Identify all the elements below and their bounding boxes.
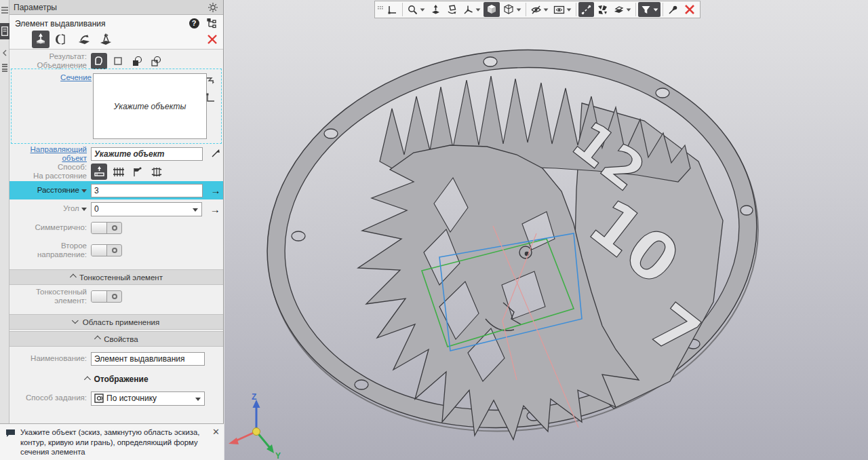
hint-text: Укажите объект (эскиз, замкнутую область… xyxy=(20,427,210,457)
method-through-all-icon[interactable] xyxy=(110,164,126,180)
orient-up-arrow-icon[interactable] xyxy=(428,2,443,17)
display-method-row: Способ задания: По источнику xyxy=(9,389,223,407)
method-label: Способ:На расстояние xyxy=(9,163,91,180)
active-panel-icon[interactable] xyxy=(0,23,9,39)
panel-header: Параметры xyxy=(9,0,223,15)
close-red-icon[interactable] xyxy=(682,2,698,17)
chevron-down-icon xyxy=(517,8,521,11)
feature-title: Элемент выдавливания xyxy=(15,19,106,28)
result-row: Результат:Объединение xyxy=(9,52,223,70)
model-3d-view: 12 10 7 Z Y xyxy=(224,0,868,460)
chevron-down-icon xyxy=(654,8,658,11)
section-object-list[interactable]: Укажите объекты xyxy=(93,73,207,139)
toolbar-separator xyxy=(402,3,403,16)
parameters-panel: Параметры Элемент выдавливания ? xyxy=(9,0,224,460)
chevron-down-icon xyxy=(193,208,198,212)
diagonal-arrow-icon[interactable] xyxy=(208,147,223,161)
chevron-down-icon xyxy=(420,8,425,11)
chevron-up-icon xyxy=(94,336,101,343)
symmetric-toggle[interactable] xyxy=(91,222,122,234)
chevron-up-icon xyxy=(70,274,77,281)
chevron-down-icon xyxy=(195,398,201,401)
sketch-corner-icon[interactable] xyxy=(203,91,217,104)
app-window: Параметры Элемент выдавливания ? xyxy=(0,0,868,460)
chevron-down-icon xyxy=(81,208,87,211)
contour-arrow-icon[interactable] xyxy=(203,73,217,87)
method-to-distance-icon[interactable] xyxy=(91,164,107,180)
drag-handle[interactable] xyxy=(377,2,384,17)
coordinate-triad: Z Y xyxy=(229,392,281,460)
toolbar-separator xyxy=(663,3,663,16)
method-to-nearest-surface-icon[interactable] xyxy=(148,164,164,180)
rotate-box-icon[interactable] xyxy=(444,2,460,17)
collapse-icon[interactable] xyxy=(0,45,9,61)
angle-combo[interactable]: 0 xyxy=(91,202,202,216)
angle-label[interactable]: Угол xyxy=(9,204,91,213)
thin-wall-row: Тонкостенныйэлемент: xyxy=(9,286,223,307)
hide-eye-icon[interactable] xyxy=(528,2,551,17)
method-row: Способ:На расстояние xyxy=(9,163,223,180)
result-intersect-icon[interactable] xyxy=(148,53,164,69)
layers-plane-icon[interactable] xyxy=(611,2,633,17)
method-to-object-icon[interactable] xyxy=(129,164,145,180)
message-bubble-icon xyxy=(5,429,16,438)
chevron-down-icon xyxy=(81,189,87,193)
apply-angle-arrow-icon[interactable]: → xyxy=(208,202,223,216)
fragments-icon[interactable] xyxy=(595,2,610,17)
second-direction-row: Второе направление: xyxy=(9,242,223,258)
sketch-corner-icon[interactable] xyxy=(384,2,400,17)
structure-icon[interactable] xyxy=(0,60,9,76)
result-label: Результат:Объединение xyxy=(9,52,91,70)
origin-point xyxy=(253,428,260,436)
display-section-header[interactable]: Отображение xyxy=(9,372,223,387)
section-selection-box: Сечение Укажите объекты xyxy=(11,69,222,144)
loft-icon[interactable] xyxy=(97,31,115,48)
magnifier-icon[interactable] xyxy=(405,2,427,17)
guide-object-input[interactable] xyxy=(91,147,203,161)
result-new-body-icon[interactable] xyxy=(110,53,126,69)
display-method-dropdown[interactable]: По источнику xyxy=(91,391,205,406)
guide-object-label-link[interactable]: Направляющийобъект xyxy=(9,145,91,163)
left-rail xyxy=(0,0,9,460)
chevron-down-icon xyxy=(567,8,572,11)
sweep-icon[interactable] xyxy=(75,31,93,48)
viewport-3d[interactable]: 12 10 7 Z Y xyxy=(224,0,868,460)
feature-type-row xyxy=(9,31,223,49)
distance-input[interactable] xyxy=(91,184,203,197)
gear-icon[interactable] xyxy=(207,1,219,14)
thin-wall-section-bar[interactable]: Тонкостенный элемент xyxy=(9,269,223,285)
chevron-up-icon xyxy=(84,376,91,383)
extrude-icon[interactable] xyxy=(32,31,50,48)
list-icon[interactable] xyxy=(0,2,9,18)
structure-tree-icon[interactable] xyxy=(205,17,218,29)
distance-label[interactable]: Расстояние xyxy=(9,186,91,195)
coordinate-axes-icon[interactable] xyxy=(460,2,483,17)
shaded-cube-icon[interactable] xyxy=(484,2,500,17)
hint-close-icon[interactable]: ✕ xyxy=(212,427,220,437)
chevron-down-icon xyxy=(476,8,481,11)
section-label-link[interactable]: Сечение xyxy=(60,73,92,81)
name-input[interactable] xyxy=(91,352,205,366)
apply-distance-arrow-icon[interactable]: → xyxy=(208,183,223,198)
section-placeholder: Укажите объекты xyxy=(114,102,186,111)
wireframe-cube-icon[interactable] xyxy=(500,2,524,17)
panel-title: Параметры xyxy=(14,3,207,12)
snap-dashed-icon[interactable] xyxy=(578,2,594,17)
filter-funnel-icon[interactable] xyxy=(638,2,660,17)
chevron-down-icon xyxy=(544,8,549,11)
scope-section-bar[interactable]: Область применения xyxy=(9,314,223,330)
eyedropper-icon[interactable] xyxy=(665,2,681,17)
chevron-down-icon xyxy=(72,317,79,324)
feature-header-block: Элемент выдавливания ? xyxy=(9,15,223,50)
frame-eye-icon[interactable] xyxy=(551,2,574,17)
revolution-icon[interactable] xyxy=(54,31,71,48)
result-union-icon[interactable] xyxy=(91,53,107,69)
thin-wall-toggle[interactable] xyxy=(91,290,122,303)
result-subtract-icon[interactable] xyxy=(129,53,145,69)
close-red-icon[interactable] xyxy=(204,31,220,48)
second-direction-toggle[interactable] xyxy=(91,244,122,256)
properties-section-bar[interactable]: Свойства xyxy=(9,331,223,347)
name-row: Наименование: xyxy=(9,349,223,368)
help-icon[interactable]: ? xyxy=(188,17,200,29)
angle-row: Угол 0 → xyxy=(9,200,223,218)
